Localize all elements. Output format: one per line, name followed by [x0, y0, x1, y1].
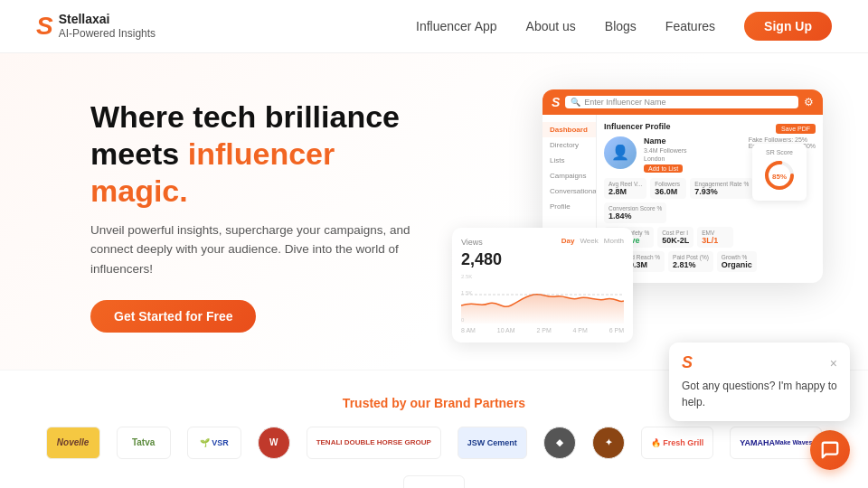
sr-score-label: SR Score: [760, 149, 799, 155]
navbar: S Stellaxai AI-Powered Insights Influenc…: [0, 0, 868, 53]
chart-tab-month[interactable]: Month: [604, 237, 624, 245]
brand-round1: ◆: [543, 427, 576, 459]
sidebar-item-conversational[interactable]: Conversational: [542, 183, 596, 199]
avatar: 👤: [604, 136, 637, 169]
nav-influencer-app[interactable]: Influencer App: [416, 19, 497, 33]
logo: S Stellaxai AI-Powered Insights: [36, 11, 156, 42]
nav-links: Influencer App About us Blogs Features S…: [416, 12, 832, 41]
hero-title: Where tech brilliance meets influencer m…: [90, 99, 416, 209]
profile-info: Name 3.4M Followers London Add to List: [644, 136, 686, 173]
sidebar-item-dashboard[interactable]: Dashboard: [542, 122, 596, 137]
chat-open-button[interactable]: [810, 430, 850, 470]
brand-warrior: W: [258, 427, 290, 459]
stat-engagement: Engagement Rate % 7.93%: [690, 178, 753, 199]
xaxis-8am: 8 AM: [461, 327, 476, 333]
dashboard-mockup: S 🔍 Enter Influencer Name ⚙ Dashboard Di…: [452, 89, 832, 343]
profile-name: Name: [644, 136, 686, 145]
xaxis-2pm: 2 PM: [536, 327, 551, 333]
brand-allen: Allen Solly: [403, 475, 465, 488]
chart-tab-week[interactable]: Week: [580, 237, 598, 245]
trusted-title-prefix: Trusted by our Brand: [343, 396, 474, 410]
chat-bubble-header: S ×: [682, 353, 837, 372]
chart-header: Views Day Week Month: [461, 237, 624, 249]
settings-icon: ⚙: [804, 96, 814, 108]
hero-description: Unveil powerful insights, supercharge yo…: [90, 221, 416, 279]
sr-score-box: SR Score 85%: [752, 144, 807, 201]
logo-icon: S: [36, 14, 53, 39]
stats-row-3: Estimated Reach % 3.3M-9.3M Paid Post (%…: [604, 251, 816, 272]
sidebar-item-profile[interactable]: Profile: [542, 199, 596, 214]
brand-vsr: 🌱 VSR: [187, 427, 241, 459]
svg-text:2.5K: 2.5K: [461, 274, 472, 279]
hero-left: Where tech brilliance meets influencer m…: [90, 99, 416, 333]
hero-section: Where tech brilliance meets influencer m…: [0, 53, 868, 370]
stat-cost: Cost Per I 50K-2L: [657, 227, 693, 248]
stat-followers: Followers 36.0M: [650, 178, 686, 199]
logo-brand: Stellaxai: [59, 11, 156, 27]
save-pdf-button[interactable]: Save PDF: [776, 124, 816, 134]
brand-jsw: JSW Cement: [458, 427, 527, 459]
stats-row-2: Brand Safety % Positive Cost Per I 50K-2…: [604, 227, 816, 248]
trusted-title-highlight: Partners: [474, 396, 525, 410]
hero-title-highlight: influencer: [188, 136, 335, 171]
stat-avg-reel: Avg Reel V... 2.8M: [604, 178, 646, 199]
brand-tatva: Tatva: [117, 427, 171, 459]
signup-button[interactable]: Sign Up: [744, 12, 832, 41]
stat-emv: EMV 3L/1: [697, 227, 733, 248]
chart-card: Views Day Week Month 2,480 AVG: [452, 228, 633, 343]
logo-tagline: AI-Powered Insights: [59, 27, 156, 40]
nav-features[interactable]: Features: [665, 19, 715, 33]
sidebar-item-lists[interactable]: Lists: [542, 153, 596, 168]
brand-round2: ✦: [592, 427, 625, 459]
brand-tenali: TENALI DOUBLE HORSE GROUP: [307, 427, 441, 459]
search-icon: 🔍: [571, 98, 580, 107]
profile-tags: Add to List: [644, 164, 686, 173]
profile-location: London: [644, 155, 686, 162]
dash-search: 🔍 Enter Influencer Name: [565, 96, 798, 108]
search-placeholder: Enter Influencer Name: [584, 98, 665, 107]
chat-message: Got any questions? I'm happy to help.: [682, 378, 837, 410]
stat-growth: Growth % Organic: [717, 251, 757, 272]
views-label: Views: [461, 238, 483, 247]
svg-text:1.5K: 1.5K: [461, 290, 472, 296]
xaxis-10am: 10 AM: [497, 327, 515, 333]
sr-score-donut: 85%: [763, 159, 796, 192]
chart-tab-day[interactable]: Day: [561, 237, 575, 245]
stat-paid-post: Paid Post (%) 2.81%: [668, 251, 713, 272]
dash-header: S 🔍 Enter Influencer Name ⚙: [542, 89, 823, 115]
xaxis-6pm: 6 PM: [609, 327, 624, 333]
dash-logo: S: [552, 95, 560, 109]
nav-blogs[interactable]: Blogs: [605, 19, 637, 33]
tag-add-list[interactable]: Add to List: [644, 164, 683, 173]
chat-widget: S × Got any questions? I'm happy to help…: [669, 343, 850, 470]
chat-bubble: S × Got any questions? I'm happy to help…: [669, 343, 850, 421]
brand-novelle: Novelle: [46, 427, 100, 459]
sidebar-item-campaigns[interactable]: Campaigns: [542, 168, 596, 183]
svg-text:85%: 85%: [772, 173, 787, 181]
hero-title-line3: magic.: [90, 174, 188, 208]
hero-title-line1: Where tech brilliance: [90, 99, 400, 134]
xaxis-4pm: 4 PM: [573, 327, 588, 333]
chart-tabs: Day Week Month: [561, 237, 624, 245]
nav-about-us[interactable]: About us: [526, 19, 576, 33]
hero-title-line2: meets: [90, 136, 188, 171]
chat-logo-icon: S: [682, 353, 693, 372]
cta-button[interactable]: Get Started for Free: [90, 300, 256, 333]
sidebar-item-directory[interactable]: Directory: [542, 137, 596, 153]
views-value: 2,480: [461, 250, 624, 269]
chat-close-button[interactable]: ×: [830, 357, 837, 370]
stat-conversion: Conversion Score % 1.84%: [604, 202, 666, 223]
section-title: Influencer Profile: [604, 122, 671, 131]
chart-svg: AVG 2.5K 1.5K 0: [461, 269, 624, 324]
chart-xaxis: 8 AM 10 AM 2 PM 4 PM 6 PM: [461, 327, 624, 333]
profile-followers: 3.4M Followers: [644, 147, 686, 154]
